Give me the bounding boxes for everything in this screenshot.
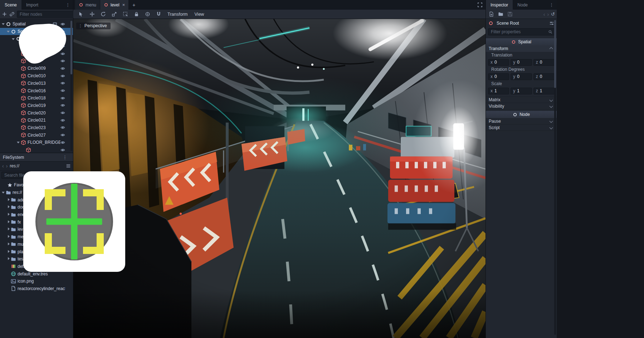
spatial-node-icon — [6, 21, 11, 27]
vertical-dots-icon[interactable]: ⋮ — [63, 2, 73, 8]
box-select-button[interactable] — [122, 11, 129, 18]
tree-row[interactable]: Circle018 — [0, 94, 73, 102]
tree-row[interactable]: Circle009 — [0, 65, 73, 72]
tree-row[interactable]: Circle010 — [0, 72, 73, 80]
tab-import[interactable]: Import — [21, 0, 43, 10]
distraction-free-icon[interactable] — [477, 2, 483, 8]
save-resource-button[interactable] — [506, 11, 513, 18]
close-icon[interactable]: × — [122, 2, 125, 8]
collapse-arrow-icon[interactable] — [1, 190, 6, 195]
visibility-row[interactable]: Visibility — [486, 103, 557, 109]
move-tool-button[interactable] — [88, 11, 96, 18]
filesystem-path[interactable]: res:// — [10, 163, 19, 168]
tree-row[interactable]: FLOOR_BRIDGE — [0, 139, 73, 146]
visibility-eye-icon[interactable] — [60, 81, 65, 85]
scale-z-field[interactable]: z1 — [533, 88, 555, 94]
tab-inspector[interactable]: Inspector — [486, 0, 513, 10]
inspector-scrollbar[interactable] — [554, 20, 556, 335]
rotation-z-field[interactable]: z0 — [533, 73, 555, 80]
transform-menu[interactable]: Transform — [166, 12, 189, 17]
expand-arrow-icon[interactable] — [6, 257, 11, 261]
forward-icon[interactable]: › — [547, 11, 549, 17]
rotation-y-field[interactable]: y0 — [511, 73, 532, 80]
matrix-row[interactable]: Matrix — [486, 97, 557, 103]
inspector-toolbar: ‹ › ↺ — [486, 10, 557, 19]
visibility-eye-icon[interactable] — [60, 88, 65, 93]
perspective-button[interactable]: ⋮ Perspective — [76, 23, 111, 29]
vertical-dots-icon[interactable]: ⋮ — [546, 2, 557, 8]
group-button[interactable] — [144, 11, 151, 18]
lock-button[interactable] — [133, 11, 140, 18]
translation-z-field[interactable]: z0 — [533, 59, 555, 66]
tree-row[interactable]: Circle020 — [0, 109, 73, 117]
scene-tree-scrollbar[interactable] — [70, 21, 72, 151]
scene-tab-menu[interactable]: menu — [75, 0, 100, 10]
new-scene-tab-button[interactable]: + — [129, 0, 139, 10]
history-icon[interactable]: ↺ — [551, 11, 555, 17]
expand-arrow-icon[interactable] — [6, 242, 11, 246]
visibility-eye-icon[interactable] — [60, 111, 65, 115]
visibility-eye-icon[interactable] — [60, 140, 65, 145]
instance-scene-button[interactable] — [9, 11, 15, 18]
collapse-arrow-icon[interactable] — [1, 22, 6, 26]
history-forward-icon[interactable]: › — [6, 163, 8, 168]
tree-row[interactable] — [0, 146, 73, 153]
translation-x-field[interactable]: x0 — [488, 59, 509, 66]
collapse-arrow-icon[interactable] — [11, 37, 16, 41]
scale-x-field[interactable]: x1 — [488, 88, 509, 94]
history-back-icon[interactable]: ‹ — [2, 163, 4, 168]
visibility-eye-icon[interactable] — [60, 96, 65, 101]
rotation-x-field[interactable]: x0 — [488, 73, 509, 80]
viewport-3d[interactable]: ⋮ Perspective — [73, 19, 486, 338]
visibility-eye-icon[interactable] — [60, 125, 65, 130]
scene-tab-level[interactable]: level × — [100, 0, 129, 10]
select-tool-button[interactable] — [77, 11, 84, 18]
scale-tool-button[interactable] — [111, 11, 118, 18]
tree-row[interactable]: Circle027 — [0, 131, 73, 139]
snap-button[interactable] — [155, 11, 162, 18]
script-row[interactable]: Script — [486, 124, 557, 131]
tree-row[interactable]: Circle023 — [0, 124, 73, 132]
filter-nodes-input[interactable] — [19, 11, 76, 17]
rotate-tool-button[interactable] — [99, 11, 107, 18]
list-mode-icon[interactable] — [66, 163, 71, 168]
fs-row-file[interactable]: icon.png — [0, 278, 73, 285]
transform-group-header[interactable]: Transform — [486, 45, 557, 52]
expand-arrow-icon[interactable] — [6, 205, 11, 209]
tree-row[interactable]: Circle019 — [0, 102, 73, 109]
scale-y-field[interactable]: y1 — [511, 88, 532, 94]
visibility-eye-icon[interactable] — [60, 148, 65, 152]
expand-arrow-icon[interactable] — [6, 235, 11, 239]
tab-scene[interactable]: Scene — [0, 0, 21, 10]
expand-arrow-icon[interactable] — [6, 220, 11, 224]
tree-row[interactable]: Circle021 — [0, 117, 73, 124]
tree-row[interactable]: Circle016 — [0, 87, 73, 94]
fs-row-file[interactable]: reactorcorecylinder_react — [0, 285, 73, 293]
scene-root-row[interactable]: Scene Root — [486, 19, 557, 28]
vertical-dots-icon[interactable]: ⋮ — [60, 155, 70, 160]
visibility-eye-icon[interactable] — [60, 133, 65, 137]
node-tools-icon[interactable] — [549, 21, 554, 26]
tree-row[interactable]: Circle013 — [0, 80, 73, 87]
folder-icon — [11, 212, 16, 217]
back-icon[interactable]: ‹ — [543, 11, 545, 17]
visibility-eye-icon[interactable] — [60, 118, 65, 123]
visibility-eye-icon[interactable] — [60, 103, 65, 108]
search-icon — [548, 30, 552, 34]
visibility-eye-icon[interactable] — [60, 74, 65, 78]
translation-y-field[interactable]: y0 — [511, 59, 532, 66]
expand-arrow-icon[interactable] — [6, 212, 11, 217]
filter-properties-input[interactable] — [490, 29, 547, 35]
new-resource-button[interactable] — [488, 11, 495, 18]
collapse-arrow-icon[interactable] — [6, 29, 11, 34]
expand-arrow-icon[interactable] — [6, 198, 11, 202]
tab-node[interactable]: Node — [513, 0, 532, 10]
load-resource-button[interactable] — [497, 11, 504, 18]
collapse-arrow-icon[interactable] — [16, 140, 21, 144]
expand-arrow-icon[interactable] — [6, 250, 11, 254]
visibility-eye-icon[interactable] — [60, 66, 65, 71]
add-node-button[interactable] — [2, 11, 7, 18]
expand-arrow-icon[interactable] — [6, 227, 11, 231]
pause-row[interactable]: Pause — [486, 118, 557, 124]
view-menu[interactable]: View — [193, 12, 206, 17]
